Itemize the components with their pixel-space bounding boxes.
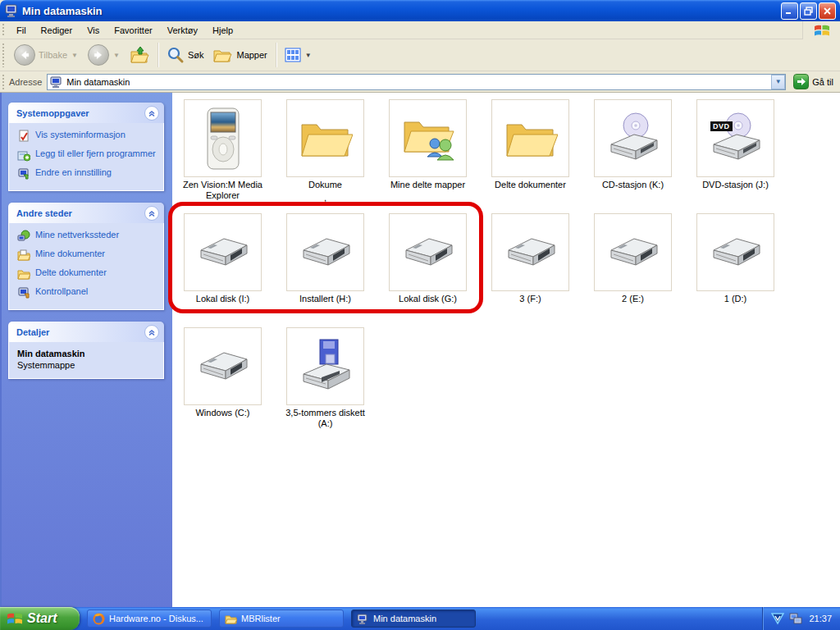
search-label: Søk: [188, 50, 204, 60]
panel-title: Andre steder: [16, 208, 72, 218]
folder-icon: [225, 613, 237, 625]
file-item-cd-drive-k[interactable]: CD-stasjon (K:): [594, 99, 672, 213]
forward-button[interactable]: ▼: [83, 42, 125, 68]
sidebar: Systemoppgaver Vis systeminformasjon: [0, 93, 172, 607]
panel-system-tasks-header[interactable]: Systemoppgaver: [8, 103, 164, 123]
sidebar-item-change-setting[interactable]: Endre en innstilling: [17, 167, 158, 180]
sidebar-item-add-remove-programs[interactable]: Legg til eller fjern programmer: [17, 148, 158, 162]
collapse-chevron-icon[interactable]: [144, 325, 159, 340]
restore-button[interactable]: [800, 2, 817, 20]
minimize-button[interactable]: [781, 2, 798, 20]
windows-logo-icon: [802, 21, 840, 39]
collapse-chevron-icon[interactable]: [144, 206, 159, 221]
start-button[interactable]: Start: [0, 607, 80, 630]
windows-logo-icon: [7, 611, 23, 626]
address-input[interactable]: Min datamaskin ▼: [47, 74, 786, 90]
tray-network-icon[interactable]: [789, 612, 802, 625]
menu-favoritter[interactable]: Favoritter: [107, 23, 159, 38]
file-list-area[interactable]: Zen Vision:M Media Explorer Dokume , Min…: [172, 93, 840, 607]
address-dropdown-icon[interactable]: ▼: [771, 75, 785, 89]
forward-dropdown-icon: ▼: [113, 52, 120, 59]
folder-icon: [299, 116, 353, 161]
sidebar-item-my-documents[interactable]: Mine dokumenter: [17, 249, 158, 262]
file-item-dokume[interactable]: Dokume ,: [286, 99, 364, 213]
system-info-icon: [17, 130, 30, 143]
search-button[interactable]: Søk: [162, 42, 209, 68]
toolbar-grip[interactable]: [2, 74, 6, 90]
sidebar-item-network-places[interactable]: Mine nettverkssteder: [17, 230, 158, 243]
file-item-local-disk-g[interactable]: Lokal disk (G:): [389, 213, 467, 327]
file-item-shared-documents[interactable]: Delte dokumenter: [491, 99, 569, 213]
back-icon: [14, 44, 35, 66]
my-computer-icon: [50, 75, 63, 89]
file-item-installert-h[interactable]: Installert (H:): [286, 213, 364, 327]
panel-system-tasks: Systemoppgaver Vis systeminformasjon: [8, 103, 164, 191]
hdd-icon: [399, 231, 457, 275]
explorer-window: Min datamaskin Fil Rediger Vis Favoritte…: [0, 0, 840, 630]
taskbar-item-mbrlister[interactable]: MBRlister: [219, 609, 344, 628]
up-button[interactable]: [125, 42, 154, 68]
sidebar-item-shared-documents[interactable]: Delte dokumenter: [17, 267, 158, 281]
system-tray: 21:37: [762, 607, 840, 630]
menu-fil[interactable]: Fil: [9, 23, 34, 38]
folders-label: Mapper: [236, 50, 267, 60]
sidebar-item-system-info[interactable]: Vis systeminformasjon: [17, 130, 158, 143]
standard-toolbar: Tilbake ▼ ▼ Søk Mapper: [0, 39, 840, 71]
menu-rediger[interactable]: Rediger: [34, 23, 80, 38]
folder-icon: [504, 116, 558, 161]
cd-drive-icon: [605, 112, 662, 166]
menu-hjelp[interactable]: Hjelp: [205, 23, 240, 38]
panel-details: Detaljer Min datamaskin Systemmappe: [8, 322, 164, 379]
file-item-windows-c[interactable]: Windows (C:): [184, 327, 262, 441]
network-places-icon: [17, 230, 30, 243]
file-item-disk-e[interactable]: 2 (E:): [594, 213, 672, 327]
menu-vis[interactable]: Vis: [80, 23, 107, 38]
file-item-shared-folders[interactable]: Mine delte mapper: [389, 99, 467, 213]
toolbar-separator: [158, 43, 158, 67]
forward-icon: [88, 44, 109, 66]
views-button[interactable]: ▼: [280, 42, 317, 68]
file-item-disk-d[interactable]: 1 (D:): [696, 213, 774, 327]
panel-other-places: Andre steder Mine nettverkssteder: [8, 203, 164, 310]
toolbar-grip[interactable]: [2, 23, 6, 37]
taskbar-item-hardware-no[interactable]: Hardware.no - Diskus...: [87, 609, 212, 628]
back-button[interactable]: Tilbake ▼: [9, 42, 83, 68]
file-item-dvd-drive-j[interactable]: DVD DVD-stasjon (J:): [696, 99, 774, 213]
address-value: Min datamaskin: [66, 77, 771, 87]
window-title: Min datamaskin: [22, 5, 781, 17]
go-button[interactable]: Gå til: [790, 73, 837, 90]
menu-verktoy[interactable]: Verktøy: [160, 23, 205, 38]
my-computer-icon: [357, 613, 369, 625]
hdd-icon: [194, 231, 252, 275]
hdd-icon: [707, 231, 765, 275]
main-area: Systemoppgaver Vis systeminformasjon: [0, 93, 840, 607]
dvd-badge: DVD: [710, 121, 733, 131]
panel-details-header[interactable]: Detaljer: [8, 322, 164, 342]
hdd-icon: [605, 231, 662, 275]
back-dropdown-icon: ▼: [71, 52, 78, 59]
title-bar: Min datamaskin: [0, 0, 840, 21]
toolbar-grip[interactable]: [2, 43, 6, 67]
taskbar-item-min-datamaskin[interactable]: Min datamaskin: [351, 609, 476, 628]
details-item-type: Systemmappe: [17, 360, 158, 370]
close-button[interactable]: [819, 2, 836, 20]
media-player-icon: [201, 107, 245, 171]
menu-bar: Fil Rediger Vis Favoritter Verktøy Hjelp: [0, 21, 840, 39]
hdd-icon: [502, 231, 559, 275]
shared-documents-icon: [17, 267, 30, 281]
panel-other-places-header[interactable]: Andre steder: [8, 203, 164, 223]
taskbar: Start Hardware.no - Diskus... MBRlister …: [0, 607, 840, 630]
sidebar-item-control-panel[interactable]: Kontrollpanel: [17, 286, 158, 299]
search-icon: [167, 46, 185, 64]
collapse-chevron-icon[interactable]: [144, 106, 159, 121]
address-bar: Adresse Min datamaskin ▼ Gå til: [0, 71, 840, 93]
file-item-zen-vision[interactable]: Zen Vision:M Media Explorer: [184, 99, 262, 213]
icon-grid: Zen Vision:M Media Explorer Dokume , Min…: [172, 93, 840, 441]
file-item-local-disk-i[interactable]: Lokal disk (I:): [184, 213, 262, 327]
file-item-disk-f[interactable]: 3 (F:): [491, 213, 569, 327]
hdd-icon: [297, 231, 354, 275]
folders-button[interactable]: Mapper: [208, 42, 272, 68]
start-label: Start: [27, 611, 57, 626]
tray-shield-icon[interactable]: [771, 612, 784, 625]
file-item-floppy-a[interactable]: 3,5-tommers diskett (A:): [286, 327, 364, 441]
